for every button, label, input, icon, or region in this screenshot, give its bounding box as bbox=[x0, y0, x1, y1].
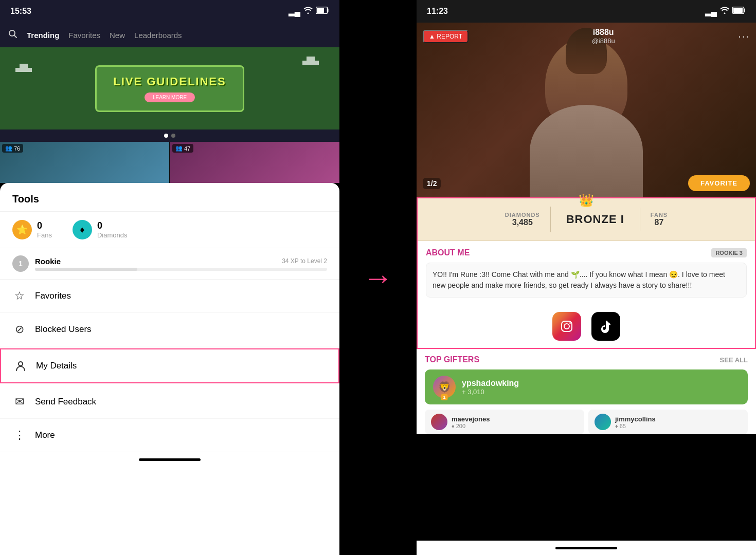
live-thumb-2[interactable]: 👥47 bbox=[170, 142, 339, 183]
dot-2[interactable] bbox=[171, 134, 175, 138]
third-gifter-avatar bbox=[595, 414, 611, 430]
menu-more[interactable]: ⋮ More bbox=[0, 419, 339, 452]
status-icons-left: ▂▄ bbox=[289, 7, 329, 16]
nav-leaderboards[interactable]: Leaderboards bbox=[134, 31, 182, 40]
home-indicator-left bbox=[0, 452, 339, 467]
more-options-icon[interactable]: ··· bbox=[738, 30, 750, 42]
diamonds-label: Diamonds bbox=[97, 231, 128, 239]
video-background bbox=[417, 23, 756, 197]
xp-info: Rookie 34 XP to Level 2 bbox=[35, 257, 327, 271]
live-thumb-1[interactable]: 👥76 bbox=[0, 142, 169, 183]
video-area: ▲ REPORT i888u @i888u ··· 1/2 FAVORITE bbox=[417, 23, 756, 197]
social-icons-row bbox=[418, 305, 755, 348]
svg-rect-10 bbox=[302, 61, 307, 65]
xp-row: 1 Rookie 34 XP to Level 2 bbox=[0, 248, 339, 280]
about-title: ABOUT ME bbox=[426, 248, 470, 257]
svg-line-3 bbox=[14, 35, 17, 38]
favorites-icon: ☆ bbox=[12, 289, 27, 303]
third-gifter-name: jimmycollins bbox=[615, 415, 656, 423]
signal-icon-left: ▂▄ bbox=[289, 7, 300, 16]
svg-point-16 bbox=[19, 362, 23, 366]
carousel-dots bbox=[0, 130, 339, 142]
svg-rect-4 bbox=[15, 68, 20, 72]
page-indicator: 1/2 bbox=[423, 178, 441, 189]
xp-bar-fill bbox=[35, 268, 137, 271]
viewer-count-1: 👥76 bbox=[2, 144, 23, 153]
time-left: 15:53 bbox=[10, 7, 31, 16]
banner-title: LIVE GUIDELINES bbox=[113, 75, 226, 88]
nav-trending[interactable]: Trending bbox=[27, 31, 59, 40]
feedback-icon: ✉ bbox=[12, 395, 27, 409]
see-all-button[interactable]: SEE ALL bbox=[720, 356, 748, 364]
diamonds-stat: ♦ 0 Diamonds bbox=[73, 220, 128, 239]
top-gifter-main: 🦁 1 ypshadowking + 3,010 bbox=[425, 369, 748, 404]
svg-rect-12 bbox=[307, 61, 311, 65]
top-gifter-name: ypshadowking bbox=[462, 379, 519, 388]
report-button[interactable]: ▲ REPORT bbox=[423, 30, 469, 43]
more-icon: ⋮ bbox=[12, 428, 27, 442]
rank-fans: FANS 87 bbox=[640, 207, 678, 232]
rank-section: 👑 DIAMONDS 3,485 BRONZE I FANS 87 bbox=[418, 198, 755, 241]
rank-center: BRONZE I bbox=[551, 208, 640, 231]
fans-rank-label: FANS bbox=[651, 212, 668, 218]
live-streams-row: 👥76 👥47 bbox=[0, 142, 339, 183]
battery-icon-right bbox=[732, 7, 746, 16]
second-gifter-avatar bbox=[431, 414, 447, 430]
home-bar-right bbox=[555, 547, 617, 549]
wifi-icon-right bbox=[720, 7, 729, 16]
gifter-rank-badge: 1 bbox=[441, 394, 447, 400]
second-gifter: maevejones ♦ 200 bbox=[425, 410, 584, 434]
xp-to-next: 34 XP to Level 2 bbox=[282, 257, 327, 265]
learn-more-button[interactable]: LEARN MORE bbox=[145, 92, 195, 102]
diamonds-rank-value: 3,485 bbox=[505, 218, 540, 227]
svg-rect-7 bbox=[24, 64, 28, 68]
svg-rect-5 bbox=[20, 64, 24, 68]
svg-rect-11 bbox=[307, 57, 311, 61]
menu-my-details[interactable]: My Details bbox=[0, 348, 339, 383]
rank-name-display: BRONZE I bbox=[566, 213, 624, 226]
home-indicator-right bbox=[417, 541, 756, 555]
tiktok-button[interactable] bbox=[591, 312, 620, 341]
svg-rect-8 bbox=[24, 68, 28, 72]
instagram-button[interactable] bbox=[552, 312, 581, 341]
about-header: ABOUT ME ROOKIE 3 bbox=[426, 248, 747, 257]
fans-stat: ⭐ 0 Fans bbox=[12, 220, 52, 239]
gifters-header: TOP GIFTERS SEE ALL bbox=[425, 355, 748, 364]
menu-favorites[interactable]: ☆ Favorites bbox=[0, 280, 339, 313]
time-right: 11:23 bbox=[427, 7, 448, 16]
dot-1[interactable] bbox=[164, 134, 168, 138]
menu-blocked-users[interactable]: ⊘ Blocked Users bbox=[0, 313, 339, 346]
status-bar-right: 11:23 ▂▄ bbox=[417, 0, 756, 23]
my-details-icon bbox=[13, 359, 28, 373]
top-gifter-avatar: 🦁 1 bbox=[433, 376, 456, 398]
favorites-label: Favorites bbox=[35, 291, 71, 301]
signal-icon-right: ▂▄ bbox=[705, 7, 717, 16]
search-icon[interactable] bbox=[8, 29, 17, 41]
menu-send-feedback[interactable]: ✉ Send Feedback bbox=[0, 385, 339, 419]
level-name: Rookie bbox=[35, 257, 61, 266]
status-icons-right: ▂▄ bbox=[705, 7, 746, 16]
third-gifter-amount: ♦ 65 bbox=[615, 423, 656, 429]
more-label: More bbox=[35, 430, 55, 440]
banner-area: LIVE GUIDELINES LEARN MORE bbox=[0, 47, 339, 130]
rookie-badge: ROOKIE 3 bbox=[711, 248, 747, 257]
third-gifter-info: jimmycollins ♦ 65 bbox=[615, 415, 656, 429]
nav-favorites[interactable]: Favorites bbox=[68, 31, 100, 40]
gifters-row: maevejones ♦ 200 jimmycollins ♦ 65 bbox=[425, 410, 748, 434]
feedback-label: Send Feedback bbox=[35, 397, 96, 407]
about-text: YO!! I'm Rune :3!! Come Chat with me and… bbox=[426, 263, 747, 298]
top-gifter-info: ypshadowking + 3,010 bbox=[462, 379, 519, 396]
nav-bar: Trending Favorites New Leaderboards bbox=[0, 23, 339, 47]
about-section: ABOUT ME ROOKIE 3 YO!! I'm Rune :3!! Com… bbox=[418, 241, 755, 305]
favorite-button[interactable]: FAVORITE bbox=[688, 175, 750, 191]
gifters-title: TOP GIFTERS bbox=[425, 355, 479, 364]
second-gifter-name: maevejones bbox=[452, 415, 490, 423]
svg-rect-13 bbox=[311, 57, 315, 61]
home-bar-left bbox=[139, 458, 201, 461]
profile-card: 👑 DIAMONDS 3,485 BRONZE I FANS 87 ABOUT … bbox=[417, 197, 756, 349]
svg-rect-9 bbox=[28, 68, 32, 72]
nav-new[interactable]: New bbox=[110, 31, 125, 40]
fans-icon: ⭐ bbox=[12, 220, 32, 239]
arrow-icon: → bbox=[363, 260, 393, 295]
tools-header: Tools bbox=[0, 183, 339, 212]
